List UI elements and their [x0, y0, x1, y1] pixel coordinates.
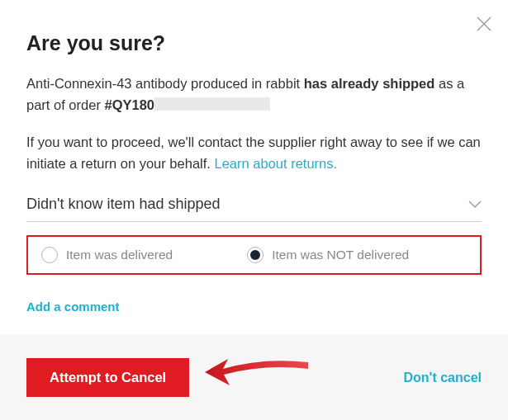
radio-circle-icon — [41, 247, 58, 263]
dont-cancel-button[interactable]: Don't cancel — [404, 370, 482, 385]
reason-select-value: Didn't know item had shipped — [26, 196, 221, 213]
learn-returns-link[interactable]: Learn about returns. — [214, 156, 337, 171]
radio-not-delivered-label: Item was NOT delivered — [272, 248, 409, 262]
ship-notice: Anti-Connexin-43 antibody produced in ra… — [26, 73, 482, 116]
proceed-notice: If you want to proceed, we'll contact th… — [26, 132, 482, 174]
product-name: Anti-Connexin-43 antibody produced in ra… — [26, 76, 300, 91]
chevron-down-icon — [468, 197, 482, 212]
modal-footer: Attempt to Cancel Don't cancel — [0, 335, 508, 420]
radio-delivered-label: Item was delivered — [66, 248, 173, 262]
ship-status: has already shipped — [304, 76, 435, 91]
close-icon[interactable] — [477, 17, 491, 31]
radio-circle-selected-icon — [247, 247, 263, 263]
confirm-cancel-modal: Are you sure? Anti-Connexin-43 antibody … — [0, 0, 508, 420]
attempt-cancel-button[interactable]: Attempt to Cancel — [26, 358, 189, 397]
add-comment-link[interactable]: Add a comment — [26, 300, 482, 314]
modal-content: Are you sure? Anti-Connexin-43 antibody … — [0, 0, 508, 314]
order-number: #QY180 — [104, 97, 154, 112]
order-redacted — [154, 97, 270, 111]
radio-delivered[interactable]: Item was delivered — [41, 247, 173, 263]
reason-select[interactable]: Didn't know item had shipped — [26, 191, 482, 222]
modal-title: Are you sure? — [26, 31, 482, 55]
delivery-radio-group: Item was delivered Item was NOT delivere… — [26, 235, 482, 275]
radio-not-delivered[interactable]: Item was NOT delivered — [247, 247, 409, 263]
